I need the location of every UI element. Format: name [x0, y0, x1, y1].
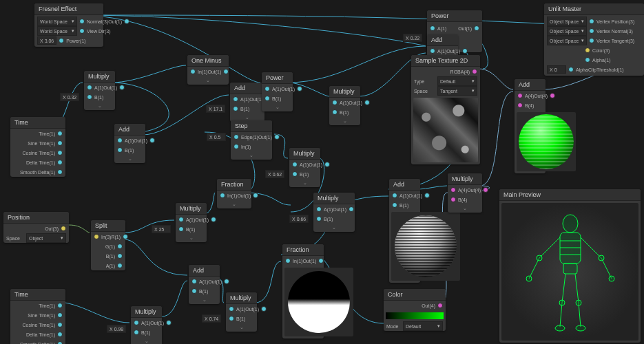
chevron-down-icon[interactable]: ⌄: [226, 323, 257, 332]
port-out[interactable]: [124, 19, 129, 24]
port-out[interactable]: [253, 193, 258, 198]
chevron-down-icon[interactable]: ⌄: [189, 296, 220, 304]
node-color[interactable]: Color Out(4) ModeDefault▾: [384, 289, 446, 331]
node-add[interactable]: Add A(1)Out(1) X 17.1B(1) ⌄: [230, 83, 264, 122]
chevron-down-icon[interactable]: ⌄: [187, 76, 229, 85]
preview-viewport[interactable]: [501, 203, 638, 341]
value-field[interactable]: X 0.22: [403, 34, 422, 42]
port-out[interactable]: [117, 263, 123, 268]
value-field[interactable]: X 17.1: [206, 105, 225, 113]
port-out[interactable]: [472, 69, 477, 74]
port-in[interactable]: [316, 206, 322, 212]
node-multiply[interactable]: Multiply A(4)Out(4) B(4) ⌄: [448, 173, 482, 213]
port-out[interactable]: [261, 306, 267, 312]
port-out[interactable]: [437, 303, 443, 308]
port-in[interactable]: [134, 330, 139, 335]
port-out[interactable]: [57, 150, 63, 155]
port-in[interactable]: [191, 279, 197, 284]
port-in[interactable]: [79, 28, 85, 34]
node-step[interactable]: Step X 0.5Edge(1)Out(1) In(1) ⌄: [231, 120, 272, 160]
node-time[interactable]: Time Time(1) Sine Time(1) Cosine Time(1)…: [10, 289, 65, 344]
port-in[interactable]: [178, 217, 184, 222]
port-in[interactable]: [233, 144, 239, 149]
port-in[interactable]: [316, 216, 322, 222]
port-out[interactable]: [119, 85, 125, 90]
port-in[interactable]: [134, 320, 139, 325]
value-field[interactable]: X 3.06: [37, 36, 56, 45]
chevron-down-icon[interactable]: ⌄: [448, 204, 482, 213]
port-in[interactable]: [191, 288, 197, 294]
port-in[interactable]: [229, 306, 234, 312]
port-in[interactable]: [233, 96, 238, 102]
chevron-down-icon[interactable]: ⌄: [217, 200, 251, 208]
port-out[interactable]: [224, 279, 229, 284]
node-add[interactable]: Add A(1)Out(1) B(1) ⌄: [114, 124, 145, 163]
dropdown-mode[interactable]: Default▾: [403, 321, 443, 331]
port-in[interactable]: [59, 38, 64, 43]
port-out[interactable]: [211, 217, 216, 222]
port-in[interactable]: [392, 193, 397, 198]
node-multiply[interactable]: Multiply A(1)Out(1) X 0.32B(1) ⌄: [84, 71, 115, 110]
node-multiply[interactable]: Multiply A(1)Out(1) X 0.62B(1) ⌄: [289, 148, 320, 187]
node-multiply[interactable]: Multiply A(1)Out(1) X 25B(1) ⌄: [176, 203, 207, 242]
port-in[interactable]: [568, 67, 574, 72]
node-add[interactable]: Add A(1)Out(1) B(1) ⌄: [189, 265, 220, 304]
node-position[interactable]: Position Out(3) SpaceObject▾: [3, 212, 69, 243]
port-out[interactable]: [57, 131, 63, 136]
value-field[interactable]: X 0: [547, 65, 566, 74]
port-in[interactable]: [229, 316, 234, 321]
port-out[interactable]: [117, 253, 123, 259]
port-out[interactable]: [117, 244, 123, 249]
port-out[interactable]: [57, 160, 63, 165]
node-time[interactable]: Time Time(1) Sine Time(1) Cosine Time(1)…: [10, 117, 65, 177]
port-out[interactable]: [57, 322, 63, 327]
chevron-down-icon[interactable]: ⌄: [131, 337, 162, 344]
value-field[interactable]: X 0.98: [107, 325, 126, 333]
port-in[interactable]: [332, 109, 337, 115]
port-in[interactable]: [450, 187, 456, 193]
port-out[interactable]: [297, 86, 302, 92]
dropdown-space[interactable]: Object▾: [26, 233, 66, 243]
port-in[interactable]: [450, 197, 456, 202]
port-out[interactable]: [57, 341, 63, 344]
port-in[interactable]: [332, 100, 337, 105]
value-field[interactable]: X 25: [152, 225, 171, 233]
chevron-down-icon[interactable]: ⌄: [313, 224, 355, 232]
main-preview[interactable]: Main Preview: [499, 189, 641, 343]
port-in[interactable]: [117, 138, 123, 143]
node-add[interactable]: Add A(1)Out(1) B(1): [389, 179, 420, 283]
dropdown-texspace[interactable]: Tangent▾: [437, 86, 477, 96]
port-out[interactable]: [462, 48, 468, 54]
port-out[interactable]: [166, 320, 172, 325]
node-fresnel-effect[interactable]: Fresnel Effect World Space▾Normal(3)Out(…: [34, 3, 103, 47]
node-power[interactable]: Power A(1)Out(1) B(1) ⌄: [262, 72, 293, 111]
port-in[interactable]: [585, 57, 590, 63]
value-field[interactable]: X 0.62: [265, 170, 284, 178]
port-in[interactable]: [178, 226, 184, 232]
chevron-down-icon[interactable]: ⌄: [114, 155, 145, 163]
port-out[interactable]: [223, 69, 229, 74]
port-in[interactable]: [87, 94, 92, 100]
port-in[interactable]: [233, 134, 239, 140]
port-in[interactable]: [233, 106, 238, 111]
chevron-down-icon[interactable]: ⌄: [176, 234, 207, 242]
chevron-down-icon[interactable]: ⌄: [84, 102, 115, 110]
port-in[interactable]: [430, 25, 435, 31]
chevron-down-icon[interactable]: ⌄: [231, 151, 272, 160]
port-out[interactable]: [318, 258, 324, 264]
port-out[interactable]: [57, 303, 63, 308]
node-unlit-master[interactable]: Unlit Master Object Space▾Vertex Positio…: [544, 3, 644, 76]
dropdown-space[interactable]: Object Space▾: [547, 26, 587, 36]
port-out[interactable]: [57, 332, 63, 337]
port-in[interactable]: [589, 38, 594, 43]
node-add[interactable]: Add A(4)Out(4) B(4): [515, 79, 546, 173]
node-multiply[interactable]: Multiply A(1)Out(1) X 0.74B(1) ⌄: [226, 292, 257, 332]
port-in[interactable]: [264, 86, 270, 92]
port-out[interactable]: [474, 25, 479, 31]
node-fraction[interactable]: Fraction In(1)Out(1) ⌄: [217, 179, 251, 208]
value-field[interactable]: X 0.5: [207, 133, 226, 141]
port-out[interactable]: [57, 312, 63, 318]
node-split[interactable]: Split In(3)R(1) G(1) B(1) A(1): [91, 220, 125, 270]
port-in[interactable]: [292, 162, 298, 167]
value-field[interactable]: X 0.74: [202, 314, 221, 323]
